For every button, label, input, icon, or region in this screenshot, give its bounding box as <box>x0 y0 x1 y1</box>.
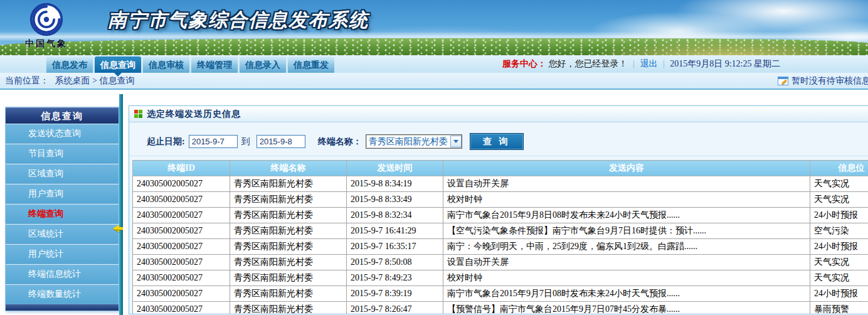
table-cell: 2015-9-7 8:49:23 <box>347 270 443 286</box>
sidebar-item-3[interactable]: 区域查询 <box>6 164 119 184</box>
table-cell: 天气实况 <box>810 192 868 208</box>
table-cell: 暴雨预警 <box>810 302 868 315</box>
table-cell: 2015-9-8 8:33:49 <box>347 192 443 208</box>
column-header-3: 发送时间 <box>347 161 443 176</box>
table-cell: 青秀区南阳新光村委 <box>230 270 347 286</box>
table-cell: 青秀区南阳新光村委 <box>230 208 347 223</box>
table-cell: 2015-9-7 16:41:29 <box>347 223 443 239</box>
sidebar-divider <box>119 94 123 315</box>
terminal-select-value: 青秀区南阳新光村委 <box>369 136 448 147</box>
panel-body: 起止日期: 到 终端名称： 青秀区南阳新光村委 查 询 终端ID终端名称发送时间… <box>129 127 868 314</box>
table-cell: 天气实况 <box>810 255 868 270</box>
table-cell: 青秀区南阳新光村委 <box>230 255 347 270</box>
sidebar: 信息查询 发送状态查询节目查询区域查询用户查询终端查询区域统计用户统计终端信息统… <box>5 107 119 311</box>
table-cell: 【空气污染气象条件预报】南宁市气象台9月7日16时提供：预计...... <box>443 223 810 239</box>
cma-spiral-icon <box>29 28 64 39</box>
table-cell: 24小时预报 <box>810 208 868 223</box>
column-header-4: 发送内容 <box>443 161 810 176</box>
table-cell: 设置自动开关屏 <box>443 176 810 192</box>
table-cell: 青秀区南阳新光村委 <box>230 302 347 315</box>
table-cell: 【预警信号】南宁市气象台2015年9月7日07时45分发布暴...... <box>443 302 810 315</box>
service-center-label: 服务中心： <box>502 59 546 68</box>
site-title: 南宁市气象综合信息发布系统 <box>108 8 369 33</box>
table-cell: 南宁：今晚到明天，中雨，25到29度，偏东风1到2级。白露踖...... <box>443 239 810 255</box>
sidebar-item-9[interactable]: 终端数量统计 <box>6 284 119 304</box>
table-cell: 校对时钟 <box>443 270 810 286</box>
table-cell: 240305002005027 <box>133 223 230 239</box>
table-cell: 天气实况 <box>810 176 868 192</box>
banner-grass <box>0 38 868 55</box>
table-row: 240305002005027青秀区南阳新光村委2015-9-7 8:26:47… <box>133 302 868 315</box>
date-to-input[interactable] <box>257 135 305 148</box>
table-cell: 240305002005027 <box>133 270 230 286</box>
table-cell: 240305002005027 <box>133 239 230 255</box>
review-notice-text: 暂时没有待审核信息 <box>791 73 868 88</box>
sidebar-item-5[interactable]: 终端查询 <box>6 204 119 224</box>
breadcrumb: 系统桌面 > 信息查询 <box>55 76 135 85</box>
main-panel: 选定终端发送历史信息 起止日期: 到 终端名称： 青秀区南阳新光村委 查 询 终… <box>129 105 868 314</box>
table-cell: 天气实况 <box>810 270 868 286</box>
table-row: 240305002005027青秀区南阳新光村委2015-9-8 8:33:49… <box>133 192 868 208</box>
nav-tab-5[interactable]: 信息录入 <box>240 56 286 73</box>
table-cell: 240305002005027 <box>133 176 230 192</box>
review-notice: 暂时没有待审核信息 <box>778 73 868 88</box>
nav-tab-6[interactable]: 信息重发 <box>288 56 334 73</box>
separator: | <box>663 59 665 68</box>
sidebar-item-1[interactable]: 发送状态查询 <box>6 124 119 144</box>
table-cell: 2015-9-7 8:26:47 <box>347 302 443 315</box>
table-row: 240305002005027青秀区南阳新光村委2015-9-7 8:50:08… <box>133 255 868 270</box>
table-cell: 240305002005027 <box>133 255 230 270</box>
history-table-wrap: 终端ID终端名称发送时间发送内容信息位 240305002005027青秀区南阳… <box>132 160 868 314</box>
table-cell: 240305002005027 <box>133 302 230 315</box>
sidebar-item-6[interactable]: 区域统计 <box>6 224 119 244</box>
table-cell: 240305002005027 <box>133 208 230 223</box>
table-row: 240305002005027青秀区南阳新光村委2015-9-7 8:39:19… <box>133 286 868 302</box>
table-cell: 青秀区南阳新光村委 <box>230 223 347 239</box>
table-cell: 青秀区南阳新光村委 <box>230 286 347 302</box>
date-range-label: 起止日期: <box>147 136 185 147</box>
column-header-2: 终端名称 <box>230 161 347 176</box>
sidebar-footer <box>6 304 119 311</box>
top-navbar: 信息发布信息查询信息审核终端管理信息录入信息重发 服务中心： 您好，您已经登录！… <box>0 55 868 73</box>
table-row: 240305002005027青秀区南阳新光村委2015-9-7 16:41:2… <box>133 223 868 239</box>
table-cell: 青秀区南阳新光村委 <box>230 239 347 255</box>
banner: 中国气象 南宁市气象综合信息发布系统 <box>0 0 868 55</box>
table-row: 240305002005027青秀区南阳新光村委2015-9-7 8:49:23… <box>133 270 868 286</box>
table-cell: 校对时钟 <box>443 192 810 208</box>
table-cell: 240305002005027 <box>133 192 230 208</box>
column-header-5: 信息位 <box>810 161 868 176</box>
logout-link[interactable]: 退出 <box>640 59 657 68</box>
nav-tab-3[interactable]: 信息审核 <box>143 56 189 73</box>
breadcrumb-bar: 当前位置： 系统桌面 > 信息查询 暂时没有待审核信息 <box>0 73 868 90</box>
table-cell: 2015-9-7 8:50:08 <box>347 255 443 270</box>
terminal-name-label: 终端名称： <box>318 136 362 147</box>
nav-tab-4[interactable]: 终端管理 <box>191 56 238 73</box>
table-cell: 24小时预报 <box>810 239 868 255</box>
sidebar-item-2[interactable]: 节目查询 <box>6 144 119 164</box>
terminal-select[interactable]: 青秀区南阳新光村委 <box>366 134 462 149</box>
table-cell: 空气污染 <box>810 223 868 239</box>
modules-icon <box>134 110 142 118</box>
collapse-arrow-icon[interactable] <box>109 225 125 232</box>
sidebar-item-8[interactable]: 终端信息统计 <box>6 264 119 284</box>
user-area: 服务中心： 您好，您已经登录！ | 退出 | 2015年9月8日 9:12:25… <box>502 55 780 73</box>
logo-text: 中国气象 <box>16 38 77 50</box>
date-from-input[interactable] <box>189 135 238 148</box>
table-cell: 2015-9-8 8:34:19 <box>347 176 443 192</box>
panel-title: 选定终端发送历史信息 <box>147 109 241 120</box>
table-row: 240305002005027青秀区南阳新光村委2015-9-8 8:32:34… <box>133 208 868 223</box>
table-cell: 24小时预报 <box>810 286 868 302</box>
column-header-1: 终端ID <box>133 161 230 176</box>
cma-logo: 中国气象 <box>16 2 77 50</box>
table-cell: 设置自动开关屏 <box>443 255 810 270</box>
nav-tab-1[interactable]: 信息发布 <box>46 56 93 73</box>
note-pencil-icon[interactable] <box>778 77 788 85</box>
sidebar-header: 信息查询 <box>6 107 119 124</box>
table-cell: 2015-9-8 8:32:34 <box>347 208 443 223</box>
nav-tab-2[interactable]: 信息查询 <box>95 56 141 73</box>
sidebar-item-7[interactable]: 用户统计 <box>6 244 119 264</box>
chevron-down-icon[interactable] <box>450 136 462 147</box>
content-area: 信息查询 发送状态查询节目查询区域查询用户查询终端查询区域统计用户统计终端信息统… <box>0 91 868 315</box>
query-button[interactable]: 查 询 <box>470 133 524 150</box>
sidebar-item-4[interactable]: 用户查询 <box>6 184 119 204</box>
